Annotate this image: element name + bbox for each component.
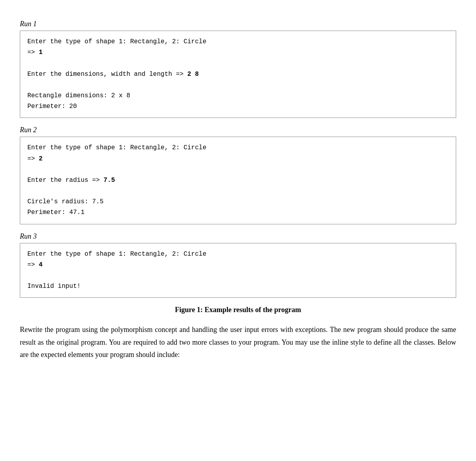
run-2-label: Run 2 [20, 126, 456, 134]
body-text: Rewrite the program using the polymorphi… [20, 324, 456, 361]
run-3-line-1: Enter the type of shape 1: Rectangle, 2:… [27, 251, 206, 258]
run-3-input-1: 4 [39, 261, 43, 268]
run-1-input-1: 1 [39, 49, 43, 56]
figure-caption-normal: Example results of the program [203, 306, 301, 314]
run-2-line-5: Perimeter: 47.1 [27, 209, 84, 216]
run-2-input-2: 7.5 [104, 177, 115, 184]
run-3-label: Run 3 [20, 232, 456, 241]
run-2-line-2: => 2 [27, 155, 42, 162]
run-1-line-4: Rectangle dimensions: 2 x 8 [27, 92, 130, 99]
figure-caption: Figure 1: Example results of the program [20, 306, 456, 314]
figure-caption-bold: Figure 1: [175, 306, 203, 314]
run-1-box: Enter the type of shape 1: Rectangle, 2:… [20, 31, 456, 118]
run-1-label: Run 1 [20, 20, 456, 28]
run-1-line-1: Enter the type of shape 1: Rectangle, 2:… [27, 38, 206, 45]
run-2-input-1: 2 [39, 155, 43, 162]
run-2-line-3: Enter the radius => 7.5 [27, 177, 115, 184]
run-1-input-2: 2 8 [187, 71, 199, 78]
run-2-line-1: Enter the type of shape 1: Rectangle, 2:… [27, 144, 206, 151]
run-2-box: Enter the type of shape 1: Rectangle, 2:… [20, 137, 456, 224]
run-2-line-4: Circle's radius: 7.5 [27, 198, 104, 205]
run-1-line-3: Enter the dimensions, width and length =… [27, 71, 199, 78]
run-1-line-2: => 1 [27, 49, 42, 56]
run-1-line-5: Perimeter: 20 [27, 103, 77, 110]
run-3-line-3: Invalid input! [27, 283, 81, 290]
run-3-line-2: => 4 [27, 261, 42, 268]
run-3-box: Enter the type of shape 1: Rectangle, 2:… [20, 243, 456, 298]
